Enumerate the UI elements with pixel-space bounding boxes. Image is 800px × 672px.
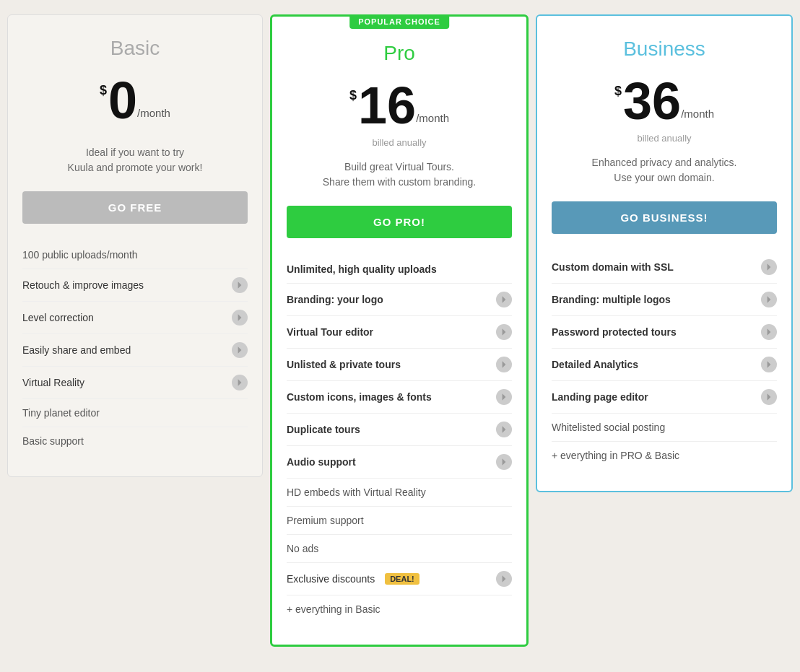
feature-left: Basic support [22,435,84,447]
plan-button-pro[interactable]: GO PRO! [287,206,512,238]
price-amount-business: 36 [623,75,681,127]
plan-desc-pro: Build great Virtual Tours.Share them wit… [287,160,512,190]
plan-card-basic: Basic $ 0 /month Ideal if you want to tr… [7,14,263,477]
feature-text: Custom icons, images & fonts [287,391,432,403]
price-row-basic: $ 0 /month [22,74,248,126]
feature-info-icon[interactable] [232,310,248,326]
chevron-right-icon [765,393,773,401]
feature-info-icon[interactable] [496,454,512,470]
feature-item: No ads [287,534,512,562]
feature-item: Easily share and embed [22,333,248,366]
feature-text: Exclusive discounts [287,573,375,585]
feature-info-icon[interactable] [232,342,248,358]
plan-button-business[interactable]: GO BUSINESS! [552,201,777,234]
feature-info-icon[interactable] [496,357,512,372]
feature-info-icon[interactable] [232,375,248,390]
feature-left: Retouch & improve images [22,279,144,291]
pricing-container: Basic $ 0 /month Ideal if you want to tr… [7,14,793,647]
feature-text: Basic support [22,435,84,447]
chevron-right-icon [235,313,244,322]
feature-item: Basic support [22,427,248,455]
feature-left: Exclusive discounts DEAL! [287,573,419,585]
feature-info-icon[interactable] [232,277,248,293]
feature-text: Unlisted & private tours [287,359,401,370]
chevron-right-icon [500,458,508,466]
chevron-right-icon [765,360,773,369]
svg-marker-4 [503,296,506,303]
plan-card-pro: POPULAR CHOICEPro $ 16 /month billed anu… [270,14,529,647]
price-dollar-pro: $ [349,88,357,103]
plan-desc-business: Enhanced privacy and analytics.Use your … [552,155,777,186]
feature-text: Landing page editor [552,391,648,403]
svg-marker-8 [503,426,506,433]
feature-left: + everything in PRO & Basic [552,450,679,461]
feature-item: HD embeds with Virtual Reality [287,478,512,506]
feature-item: Branding: multiple logos [552,283,777,315]
feature-text: Whitelisted social posting [552,422,665,433]
feature-left: 100 public uploads/month [22,249,138,261]
svg-marker-1 [238,314,242,321]
feature-left: Virtual Reality [22,377,84,388]
chevron-right-icon [765,328,773,336]
features-list-basic: 100 public uploads/month Retouch & impro… [22,241,248,455]
feature-text: + everything in PRO & Basic [552,450,679,461]
feature-text: Virtual Reality [22,377,84,388]
chevron-right-icon [500,295,508,304]
chevron-right-icon [500,360,508,369]
feature-left: Branding: multiple logos [552,294,671,305]
plan-button-basic[interactable]: GO FREE [22,191,248,224]
svg-marker-10 [503,575,506,582]
chevron-right-icon [500,425,508,434]
svg-marker-9 [503,458,506,466]
deal-badge: DEAL! [385,573,419,585]
feature-text: No ads [287,543,318,554]
feature-info-icon[interactable] [496,389,512,405]
feature-text: 100 public uploads/month [22,249,138,261]
svg-marker-5 [503,328,506,336]
feature-text: Detailed Analytics [552,359,638,370]
feature-item: Virtual Tour editor [287,315,512,348]
feature-info-icon[interactable] [761,324,777,340]
feature-text: + everything in Basic [287,603,381,615]
feature-info-icon[interactable] [496,422,512,437]
plan-title-business: Business [552,38,777,61]
chevron-right-icon [235,281,244,289]
svg-marker-11 [768,263,771,271]
feature-text: Branding: your logo [287,294,383,305]
svg-marker-14 [768,361,771,368]
feature-item: Custom icons, images & fonts [287,380,512,413]
feature-item: + everything in Basic [287,595,512,623]
feature-left: Branding: your logo [287,294,383,305]
chevron-right-icon [500,575,508,583]
plan-title-pro: Pro [287,42,512,65]
chevron-right-icon [235,346,244,354]
feature-item: Detailed Analytics [552,348,777,380]
plan-card-business: Business $ 36 /month billed anuallyEnhan… [536,14,793,492]
feature-info-icon[interactable] [496,571,512,587]
feature-text: Virtual Tour editor [287,326,373,338]
feature-info-icon[interactable] [496,292,512,307]
feature-info-icon[interactable] [761,292,777,307]
feature-text: Duplicate tours [287,424,360,435]
feature-item: Exclusive discounts DEAL! [287,562,512,595]
feature-info-icon[interactable] [761,259,777,275]
feature-info-icon[interactable] [496,324,512,340]
feature-left: Level correction [22,312,94,323]
price-period-business: /month [681,108,714,120]
feature-info-icon[interactable] [761,357,777,372]
feature-item: + everything in PRO & Basic [552,441,777,469]
plan-title-basic: Basic [22,37,248,60]
svg-marker-7 [503,393,506,401]
feature-info-icon[interactable] [761,389,777,405]
feature-item: Level correction [22,301,248,333]
price-period-basic: /month [137,107,170,119]
svg-marker-6 [503,361,506,368]
feature-item: Duplicate tours [287,413,512,445]
feature-text: Password protected tours [552,326,677,338]
feature-item: Premium support [287,506,512,534]
svg-marker-12 [768,296,771,303]
feature-left: Whitelisted social posting [552,422,665,433]
svg-marker-0 [238,282,242,289]
feature-item: Password protected tours [552,315,777,348]
price-row-pro: $ 16 /month [287,79,512,131]
